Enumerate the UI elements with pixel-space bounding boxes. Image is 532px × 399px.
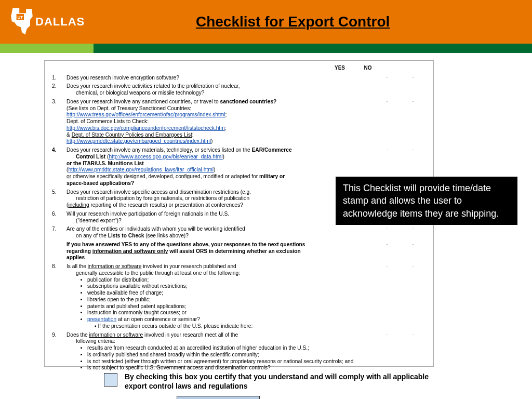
q9-bullets: results are from research conducted at a… — [66, 345, 369, 371]
bullet: is ordinarily published and shared broad… — [87, 352, 369, 358]
line: otherwise specifically designed, develop… — [71, 174, 259, 179]
line: or the ITAR/U.S. Munitions List — [66, 161, 144, 166]
line: regarding — [66, 248, 92, 254]
q-text: Will your research involve participation… — [66, 211, 374, 224]
yes-slot[interactable]: - — [374, 75, 400, 82]
q-num: 9. — [52, 332, 66, 372]
yes-header: YES — [334, 65, 346, 72]
logo-text: DALLAS — [35, 15, 85, 29]
header-bar: UT DALLAS Checklist for Export Control — [0, 0, 532, 44]
ear-link[interactable]: http://www.access.gpo.gov/bis/ear/ear_da… — [109, 154, 222, 159]
line: space-based applications? — [66, 180, 134, 186]
certify-checkbox[interactable] — [104, 373, 117, 387]
yes-slot[interactable]: - — [374, 83, 400, 97]
yes-slot[interactable]: - — [374, 332, 400, 372]
line: Will your research involve participation… — [66, 211, 229, 217]
bullet: results are from research conducted at a… — [87, 345, 369, 352]
line: Lists to Check — [108, 233, 144, 238]
no-slot[interactable]: - — [400, 263, 426, 330]
line: chemical, or biological weapons or missi… — [66, 90, 204, 96]
q-text: Does you research involve encryption sof… — [66, 75, 374, 82]
line: following criteria: — [66, 338, 115, 344]
q-text: Does the information or software involve… — [66, 332, 374, 372]
q-num: 2. — [52, 83, 66, 97]
bullet: instruction in commonly taught courses; … — [87, 310, 369, 316]
line: Does your research involve any sanctione… — [66, 99, 220, 104]
bullet: website available free of charge; — [87, 290, 369, 297]
certify-row: By checking this box you certify that yo… — [104, 372, 436, 391]
footer-area: By checking this box you certify that yo… — [104, 372, 436, 399]
line: Control List — [66, 154, 105, 159]
no-slot[interactable]: - — [400, 226, 426, 240]
line: (See lists on Dept. of Treasury Sanction… — [66, 105, 191, 111]
certify-text: By checking this box you certify that yo… — [125, 372, 436, 391]
line: involved in your research meet all of th… — [143, 332, 238, 338]
itar-link[interactable]: http://www.pmddtc.state.gov/regulations_… — [68, 167, 214, 172]
q-text: Does your research involve activities re… — [66, 83, 374, 97]
question-8: 8. Is all the information or software in… — [52, 263, 426, 330]
q-text: Does your research involve specific acce… — [66, 189, 374, 209]
bullet: is not subject to specific U.S. Governme… — [87, 365, 369, 371]
state-link[interactable]: http://www.pmddtc.state.gov/embargoed_co… — [66, 138, 211, 144]
no-slot[interactable]: - — [400, 83, 426, 97]
line: EAR/Commerce — [252, 147, 292, 153]
continue-button[interactable]: Continue — [177, 396, 260, 399]
divider-band — [0, 44, 532, 53]
line: Does the — [66, 332, 89, 338]
yes-slot[interactable]: - — [374, 263, 400, 330]
line: at an open conference or seminar? — [116, 316, 200, 322]
line: will assist ORS in determining whether a… — [168, 248, 300, 254]
line: sanctioned countries? — [220, 99, 277, 104]
bullet: subscriptions available without restrict… — [87, 283, 369, 290]
q-num: 3. — [52, 99, 66, 145]
line: information or software — [88, 263, 142, 269]
note-text: If you have answered YES to any of the q… — [66, 242, 374, 261]
question-3: 3. Does your research involve any sancti… — [52, 99, 426, 145]
q-num: 6. — [52, 211, 66, 224]
line: If you have answered YES to any of the q… — [66, 242, 305, 247]
line: including — [68, 202, 89, 208]
yes-slot[interactable]: - — [374, 242, 400, 261]
q-num: 7. — [52, 226, 66, 240]
no-header: NO — [362, 65, 374, 72]
q-num: 8. — [52, 263, 66, 330]
q-text: Are any of the entities or individuals w… — [66, 226, 374, 240]
line: Does your research involve activities re… — [66, 83, 240, 89]
treasury-link[interactable]: http://www.treas.gov/offices/enforcement… — [66, 112, 225, 117]
bullet: libraries open to the public; — [87, 297, 369, 303]
no-slot[interactable]: - — [400, 75, 426, 82]
q-text: Is all the information or software invol… — [66, 263, 374, 330]
line: reporting of the research results) or pr… — [89, 202, 243, 208]
line: or — [66, 174, 71, 179]
bullet: publication for distribution; — [87, 277, 369, 284]
column-headers: YES NO — [52, 65, 426, 72]
question-1: 1. Does you research involve encryption … — [52, 75, 426, 82]
no-slot[interactable]: - — [400, 99, 426, 145]
line: Dept. of State Country Policies and Emba… — [72, 132, 192, 138]
no-slot[interactable]: - — [400, 332, 426, 372]
line: (see links above)? — [144, 233, 189, 238]
line: involved in your research published and — [141, 263, 236, 269]
yes-slot[interactable]: - — [374, 99, 400, 145]
note-block: If you have answered YES to any of the q… — [52, 242, 426, 261]
svg-text:UT: UT — [17, 15, 23, 20]
bullet: is not restricted (either through writte… — [87, 358, 369, 365]
line: Is all the — [66, 263, 88, 269]
q-num: 4. — [52, 147, 66, 187]
presentation-link[interactable]: presentation — [87, 316, 116, 322]
yes-slot[interactable]: - — [374, 226, 400, 240]
line: Does your research involve any materials… — [66, 147, 252, 153]
green-segment — [94, 44, 532, 53]
question-2: 2. Does your research involve activities… — [52, 83, 426, 97]
line: Does your research involve specific acce… — [66, 189, 251, 195]
q-text: Does your research involve any materials… — [66, 147, 374, 187]
bullet: presentation at an open conference or se… — [87, 316, 369, 323]
line: information and software only — [92, 248, 168, 254]
q-text: Does your research involve any sanctione… — [66, 99, 374, 145]
commerce-link[interactable]: http://www.bis.doc.gov/complianceandenfo… — [66, 125, 225, 131]
no-slot[interactable]: - — [400, 242, 426, 261]
utd-logo: UT DALLAS — [9, 7, 85, 36]
q-num: 5. — [52, 189, 66, 209]
texas-icon: UT — [9, 7, 34, 36]
line: military or — [259, 174, 285, 179]
